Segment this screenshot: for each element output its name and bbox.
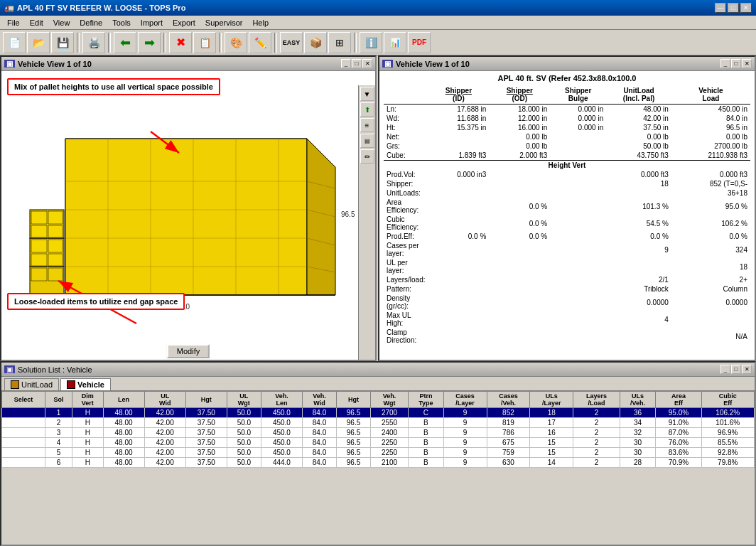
print-button[interactable]: 🖨️	[82, 32, 105, 53]
row-net: Net: 0.00 lb 0.00 lb 0.00 lb	[384, 132, 750, 141]
tab-vehicle[interactable]: Vehicle	[60, 378, 111, 390]
right-panel-close[interactable]: ✕	[742, 59, 752, 68]
zoom-down-button[interactable]: ▼	[360, 87, 374, 101]
zoom-up-button[interactable]: ⬆	[360, 102, 374, 117]
pdf-button[interactable]: PDF	[408, 32, 431, 53]
col-veh-len: Veh.Len	[261, 392, 302, 408]
cell-0-7: 450.0	[261, 408, 302, 418]
panel-maximize[interactable]: □	[352, 59, 362, 68]
solution-row-3[interactable]: 3H48.0042.0037.5050.0450.084.096.52400B9…	[2, 428, 755, 438]
cell-5-12: 9	[443, 458, 487, 468]
menu-import[interactable]: Import	[136, 18, 167, 28]
cell-0-17: 95.0%	[656, 408, 701, 418]
menu-supervisor[interactable]: Supervisor	[201, 18, 247, 28]
val-cube-bulge	[550, 151, 606, 161]
row-ul-layer: UL per layer: 18	[384, 258, 750, 275]
val-sh-id	[428, 179, 489, 188]
val-mu-bulge	[550, 311, 606, 328]
report-button[interactable]: 📊	[384, 32, 406, 53]
val-sh-od	[489, 179, 550, 188]
cell-3-1: 4	[45, 438, 72, 448]
menu-help[interactable]: Help	[248, 18, 273, 28]
cell-3-12: 9	[443, 438, 487, 448]
cell-1-12: 9	[443, 418, 487, 428]
right-panel-maximize[interactable]: □	[731, 59, 741, 68]
new-button[interactable]: 📄	[3, 32, 26, 53]
val-pe-bulge	[550, 232, 606, 241]
val-pv-od	[489, 170, 550, 179]
save-button[interactable]: 💾	[51, 32, 74, 53]
val-grs-od: 0.00 lb	[489, 141, 550, 151]
tab-unitload[interactable]: UnitLoad	[4, 378, 59, 390]
menu-file[interactable]: File	[3, 18, 24, 28]
panel-minimize[interactable]: _	[341, 59, 351, 68]
open-button[interactable]: 📂	[27, 32, 50, 53]
cell-5-2: H	[72, 458, 103, 468]
app-title: APL 40 FT SV REEFER W. LOOSE - TOPS Pro	[17, 4, 185, 12]
val-wd-ul: 42.00 in	[606, 114, 671, 123]
val-ae-veh: 95.0 %	[671, 198, 750, 215]
val-pv-ul: 0.000 ft3	[606, 170, 671, 179]
separator-1	[77, 33, 80, 53]
svg-rect-31	[48, 225, 63, 237]
forward-button[interactable]: ➡	[138, 32, 161, 53]
info-button[interactable]: ℹ️	[360, 32, 382, 53]
cell-4-10: 2250	[371, 448, 409, 458]
svg-rect-27	[48, 268, 63, 281]
menu-export[interactable]: Export	[168, 18, 200, 28]
panel-close[interactable]: ✕	[362, 59, 372, 68]
delete-button[interactable]: ✖	[169, 32, 192, 53]
grid-button[interactable]: ⊞	[328, 32, 351, 53]
color-button[interactable]: 🎨	[225, 32, 247, 53]
solution-row-6[interactable]: 6H48.0042.0037.5050.0444.084.096.52100B9…	[2, 458, 755, 468]
label-shipper: Shipper:	[384, 179, 428, 188]
val-cube-veh: 2110.938 ft3	[671, 151, 750, 161]
val-ul-od	[489, 188, 550, 198]
copy-button[interactable]: 📋	[193, 32, 216, 53]
box-button[interactable]: 📦	[304, 32, 327, 53]
solution-row-5[interactable]: 5H48.0042.0037.5050.0450.084.096.52250B9…	[2, 448, 755, 458]
easy-button[interactable]: EASY	[280, 32, 303, 53]
solution-maximize[interactable]: □	[731, 365, 741, 374]
solution-row-2[interactable]: 2H48.0042.0037.5050.0450.084.096.52550B9…	[2, 418, 755, 428]
val-ln-bulge: 0.000 in	[550, 105, 606, 114]
solution-icon: ▣	[4, 365, 15, 373]
val-ul-ul	[606, 188, 671, 198]
solution-row-1[interactable]: 1H48.0042.0037.5050.0450.084.096.52700C9…	[2, 408, 755, 418]
cell-3-7: 450.0	[261, 438, 302, 448]
menu-edit[interactable]: Edit	[26, 18, 48, 28]
edit-button[interactable]: ✏️	[249, 32, 271, 53]
cell-0-1: 1	[45, 408, 72, 418]
close-button[interactable]: ✕	[740, 3, 752, 13]
solution-minimize[interactable]: _	[720, 365, 730, 374]
solution-header: ▣ Solution List : Vehicle _ □ ✕	[1, 363, 755, 377]
val-ll-od	[489, 275, 550, 284]
right-panel-minimize[interactable]: _	[720, 59, 730, 68]
menu-view[interactable]: View	[49, 18, 75, 28]
solution-area: ▣ Solution List : Vehicle _ □ ✕ UnitLoad…	[0, 361, 756, 546]
label-density: Density (gr/cc):	[384, 294, 428, 311]
val-cl-bulge	[550, 241, 606, 258]
separator-5	[274, 33, 277, 53]
menu-tools[interactable]: Tools	[108, 18, 135, 28]
back-button[interactable]: ⬅	[114, 32, 136, 53]
separator-6	[354, 33, 357, 53]
layers-button[interactable]: ≡	[360, 118, 374, 132]
val-ln-od: 18.000 in	[489, 105, 550, 114]
callout-bottom-text: Loose-loaded items to utilize end gap sp…	[14, 297, 178, 306]
row-prod-vol: Prod.Vol: 0.000 in3 0.000 ft3 0.000 ft3	[384, 170, 750, 179]
pencil-button[interactable]: ✏	[360, 149, 374, 164]
solution-close[interactable]: ✕	[742, 365, 752, 374]
pattern-button[interactable]: ▤	[360, 134, 374, 148]
cell-4-11: B	[409, 448, 444, 458]
data-table: Shipper(ID) Shipper(OD) ShipperBulge Uni…	[384, 85, 750, 345]
minimize-button[interactable]: —	[715, 3, 726, 13]
col-cases-layer: Cases/Layer	[443, 392, 487, 408]
modify-button[interactable]: Modify	[167, 344, 210, 358]
solution-row-4[interactable]: 4H48.0042.0037.5050.0450.084.096.52250B9…	[2, 438, 755, 448]
val-ln-id: 17.688 in	[428, 105, 489, 114]
menu-define[interactable]: Define	[75, 18, 107, 28]
maximize-button[interactable]: □	[728, 3, 739, 13]
val-cube-id: 1.839 ft3	[428, 151, 489, 161]
cell-4-0	[2, 448, 45, 458]
